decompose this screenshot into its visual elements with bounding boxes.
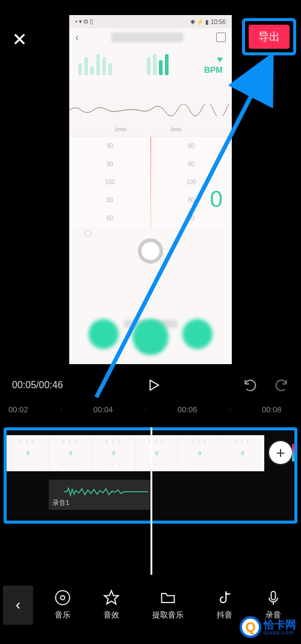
- caption: 算练回数: [140, 346, 161, 354]
- axis-label: 3min: [170, 126, 182, 132]
- music-icon: [54, 589, 71, 606]
- watermark: Q 恰卡网 qiaqa.com: [240, 616, 296, 638]
- svg-point-1: [55, 590, 69, 604]
- video-track[interactable]: | | |0° ° ° | | |0° ° ° | | |0° ° ° | | …: [7, 435, 264, 471]
- watermark-name: 恰卡网: [264, 619, 296, 630]
- star-icon: [103, 589, 120, 606]
- waveform-section: 2min 3min: [69, 82, 232, 137]
- timeline-highlight: | | |0° ° ° | | |0° ° ° | | |0° ° ° | | …: [4, 427, 297, 524]
- ruler-tick: 00:02: [8, 405, 28, 414]
- clip-thumb[interactable]: | | |0° ° °: [7, 435, 49, 471]
- axis-label: 2min: [115, 126, 127, 132]
- action-blob: [182, 319, 213, 349]
- export-highlight: 导出: [242, 18, 296, 55]
- tool-label: 提取音乐: [152, 610, 184, 621]
- tiktok-icon: [216, 589, 233, 606]
- clip-thumb[interactable]: | | |0° ° °: [222, 435, 264, 471]
- tool-label: 音乐: [55, 610, 70, 621]
- main-value: 0: [210, 187, 223, 212]
- svg-rect-3: [272, 592, 276, 600]
- time-ruler[interactable]: 00:02 · 00:04 · 00:06 · 00:08: [0, 400, 301, 418]
- tool-tiktok[interactable]: 抖音: [216, 589, 233, 621]
- waveform-icon: [64, 486, 148, 498]
- clip-thumb[interactable]: | | |0° ° °: [93, 435, 135, 471]
- heart-icon: ♥: [217, 54, 223, 65]
- mic-icon: [265, 589, 282, 606]
- record-ring-icon: [138, 238, 163, 264]
- tiktok-strip-icon: [292, 444, 294, 462]
- add-clip-button[interactable]: +: [269, 441, 292, 464]
- tool-label: 音效: [104, 610, 119, 621]
- video-preview[interactable]: ▪ ▾ ⧉ ▯ ✱ ⚡ ▮ 10:56 ‹ ♥ BPM 2min 3min: [69, 15, 232, 364]
- audio-label: 录音1: [52, 498, 147, 507]
- small-circle-icon: [84, 230, 92, 237]
- svg-point-2: [60, 596, 64, 600]
- clip-thumb[interactable]: | | |0° ° °: [178, 435, 221, 471]
- playhead[interactable]: [150, 427, 152, 575]
- tool-music[interactable]: 音乐: [54, 589, 71, 621]
- watermark-url: qiaqa.com: [264, 630, 296, 636]
- bar-chart-icon: [78, 54, 112, 75]
- watermark-logo-icon: Q: [240, 616, 261, 638]
- bpm-label: BPM: [204, 65, 223, 75]
- undo-button[interactable]: [243, 377, 258, 393]
- folder-icon: [160, 589, 176, 606]
- tool-sound-effect[interactable]: 音效: [103, 589, 120, 621]
- bottom-actions: 算练回数: [69, 319, 232, 355]
- bar-chart-icon: [147, 54, 169, 75]
- export-button[interactable]: 导出: [249, 25, 290, 49]
- action-blob: [88, 319, 119, 349]
- tool-extract-music[interactable]: 提取音乐: [152, 589, 184, 621]
- clip-thumb[interactable]: | | |0° ° °: [49, 435, 92, 471]
- tool-label: 抖音: [217, 610, 232, 621]
- playback-time: 00:05/00:46: [12, 380, 63, 391]
- close-button[interactable]: ✕: [12, 29, 27, 50]
- redo-button[interactable]: [273, 377, 289, 393]
- audio-clip[interactable]: 录音1: [49, 480, 151, 510]
- toolbar-back-button[interactable]: ‹: [3, 586, 33, 625]
- play-button[interactable]: [144, 377, 161, 394]
- scale-section: 90 90 100 80 60 90 90 100 80 60 0: [69, 137, 232, 227]
- ruler-tick: 00:06: [178, 405, 197, 414]
- ruler-tick: 00:08: [262, 405, 282, 414]
- record-control: [69, 227, 232, 275]
- clip-thumb[interactable]: | | |0° ° °: [135, 435, 178, 471]
- ruler-tick: 00:04: [93, 405, 113, 414]
